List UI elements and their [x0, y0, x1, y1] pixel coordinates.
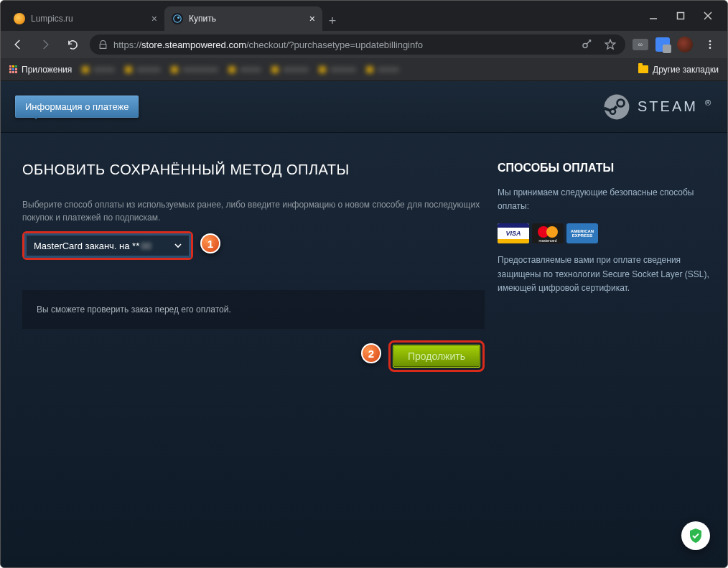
continue-button[interactable]: Продолжить	[393, 345, 480, 368]
favicon-icon	[172, 13, 183, 24]
svg-point-7	[709, 40, 711, 42]
page-content: Информация о платеже STEAM ® О	[1, 81, 727, 567]
new-tab-button[interactable]: +	[322, 11, 342, 31]
bookmark-item[interactable]	[366, 66, 399, 73]
masked-digits: 00	[141, 241, 151, 251]
bookmark-item[interactable]	[271, 66, 309, 73]
translate-icon[interactable]	[655, 37, 670, 52]
reload-button[interactable]	[62, 34, 83, 55]
browser-toolbar: https://store.steampowered.com/checkout/…	[1, 31, 727, 58]
other-bookmarks[interactable]: Другие закладки	[638, 65, 719, 75]
annotation-callout-2: 2	[361, 343, 381, 363]
steam-icon	[603, 93, 630, 121]
back-button[interactable]	[8, 34, 28, 55]
bookmark-item[interactable]	[319, 66, 356, 73]
address-bar[interactable]: https://store.steampowered.com/checkout/…	[90, 34, 625, 55]
continue-label: Продолжить	[408, 350, 465, 362]
continue-row: 2 Продолжить	[22, 340, 485, 372]
svg-point-0	[174, 15, 182, 23]
extension-icon[interactable]: ∞	[633, 39, 648, 50]
bookmarks-bar: Приложения Другие закладки	[1, 58, 727, 81]
bookmark-item[interactable]	[171, 66, 218, 73]
browser-tab-steam[interactable]: Купить ×	[164, 6, 322, 31]
close-tab-icon[interactable]: ×	[309, 13, 315, 24]
svg-point-8	[709, 44, 711, 46]
apps-icon	[9, 65, 17, 73]
forward-button[interactable]	[35, 34, 55, 55]
mastercard-icon: mastercard	[532, 223, 564, 243]
select-value: MasterCard заканч. на **	[34, 241, 139, 251]
svg-point-6	[583, 44, 587, 48]
window-controls	[648, 8, 727, 31]
svg-point-9	[709, 47, 711, 49]
apps-label: Приложения	[22, 65, 72, 75]
close-tab-icon[interactable]: ×	[151, 13, 157, 24]
apps-bookmark[interactable]: Приложения	[9, 65, 72, 75]
browser-window: Lumpics.ru × Купить × + https://store.st…	[0, 0, 728, 568]
payment-method-select[interactable]: MasterCard заканч. на ** 00	[26, 235, 190, 256]
annotation-callout-1: 1	[200, 233, 220, 253]
shield-check-icon	[687, 527, 704, 544]
svg-point-1	[177, 17, 179, 19]
favicon-icon	[14, 13, 25, 24]
bookmark-item[interactable]	[228, 66, 261, 73]
security-badge[interactable]	[681, 521, 710, 550]
continue-button-highlight: Продолжить	[388, 340, 485, 372]
titlebar: Lumpics.ru × Купить × +	[1, 1, 727, 31]
sidebar-ssl-text: Предоставляемые вами при оплате сведения…	[498, 253, 713, 295]
registered-mark: ®	[705, 98, 713, 107]
step-payment-info[interactable]: Информация о платеже	[15, 96, 139, 118]
profile-avatar[interactable]	[677, 37, 693, 52]
lock-icon	[98, 40, 108, 50]
checkout-steps-bar: Информация о платеже STEAM ®	[1, 81, 727, 133]
svg-point-13	[618, 100, 623, 105]
visa-card-icon: VISA	[498, 223, 529, 243]
page-body: ОБНОВИТЬ СОХРАНЁННЫЙ МЕТОД ОПЛАТЫ Выбери…	[1, 133, 727, 372]
url-text: https://store.steampowered.com/checkout/…	[113, 39, 575, 50]
page-title: ОБНОВИТЬ СОХРАНЁННЫЙ МЕТОД ОПЛАТЫ	[22, 162, 485, 178]
caret-down-icon	[174, 241, 182, 251]
close-window-button[interactable]	[703, 11, 713, 21]
svg-rect-3	[678, 13, 684, 19]
star-icon[interactable]	[604, 38, 617, 51]
svg-point-15	[611, 109, 615, 113]
bookmark-item[interactable]	[82, 66, 115, 73]
maximize-button[interactable]	[676, 11, 686, 21]
bookmark-item[interactable]	[125, 66, 161, 73]
steam-logo-text: STEAM	[638, 98, 698, 115]
sidebar-accept-text: Мы принимаем следующие безопасные способ…	[498, 186, 713, 213]
payment-cards: VISA mastercard AMERICAN EXPRESS	[498, 223, 713, 243]
sidebar-title: СПОСОБЫ ОПЛАТЫ	[498, 162, 713, 174]
payment-select-highlight: MasterCard заканч. на ** 00	[22, 231, 193, 260]
minimize-button[interactable]	[648, 11, 658, 21]
sidebar: СПОСОБЫ ОПЛАТЫ Мы принимаем следующие бе…	[498, 162, 713, 372]
payment-hint: Выберите способ оплаты из используемых р…	[22, 198, 485, 224]
tab-label: Lumpics.ru	[31, 14, 73, 24]
review-note-text: Вы сможете проверить заказ перед его опл…	[37, 304, 231, 315]
review-note-box: Вы сможете проверить заказ перед его опл…	[22, 290, 485, 329]
amex-card-icon: AMERICAN EXPRESS	[566, 223, 598, 243]
main-column: ОБНОВИТЬ СОХРАНЁННЫЙ МЕТОД ОПЛАТЫ Выбери…	[22, 162, 485, 372]
tab-label: Купить	[189, 14, 216, 24]
key-icon[interactable]	[581, 38, 594, 51]
other-bookmarks-label: Другие закладки	[653, 65, 719, 75]
browser-tab-lumpics[interactable]: Lumpics.ru ×	[6, 6, 164, 31]
folder-icon	[638, 65, 648, 73]
step-label: Информация о платеже	[25, 101, 129, 112]
steam-logo: STEAM ®	[603, 93, 713, 121]
menu-button[interactable]	[700, 34, 720, 55]
